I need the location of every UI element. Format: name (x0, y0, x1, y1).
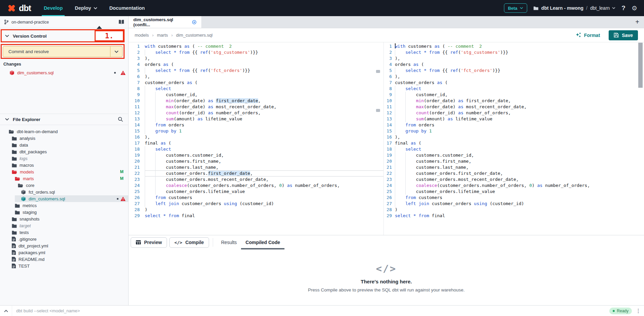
code-line[interactable]: customer_orders.first_order_date, (145, 170, 383, 176)
file-tree-item[interactable]: fct_orders.sql (0, 189, 128, 195)
file-tree-item[interactable]: tests (0, 229, 128, 236)
file-tree-item[interactable]: staging (0, 209, 128, 215)
code-line[interactable]: sum(amount) as lifetime_value (395, 116, 644, 122)
file-tree-item[interactable]: modelsM (0, 168, 128, 175)
code-line[interactable]: customer_orders.first_order_date, (395, 170, 644, 176)
code-line[interactable]: sum(amount) as lifetime_value (145, 116, 383, 122)
file-tree-item[interactable]: macros (0, 162, 128, 168)
code-line[interactable]: max(order_date) as most_recent_order_dat… (395, 104, 644, 110)
code-line[interactable]: coalesce(customer_orders.number_of_order… (145, 183, 383, 189)
code-line[interactable]: final as ( (145, 140, 383, 146)
commit-dropdown-chevron[interactable] (110, 46, 122, 57)
code-line[interactable]: customers.customer_id, (395, 152, 644, 158)
file-tree-item[interactable]: snapshots (0, 215, 128, 222)
code-line[interactable]: select * from {{ ref('fct_orders')}} (395, 68, 644, 74)
code-line[interactable]: customer_orders.lifetime_value (395, 189, 644, 195)
breadcrumb-marts[interactable]: marts (157, 33, 168, 38)
code-line[interactable]: customer_orders as ( (145, 80, 383, 86)
code-line[interactable]: group by 1 (145, 128, 383, 134)
code-content[interactable]: with customers as ( -- comment 2 select … (145, 43, 383, 235)
file-tree-item[interactable]: target (0, 222, 128, 229)
file-explorer-header[interactable]: File Explorer (0, 114, 128, 125)
code-line[interactable]: ), (145, 55, 383, 62)
code-line[interactable]: customers.customer_id, (145, 152, 383, 158)
file-tree-item[interactable]: dbt_project.yml (0, 242, 128, 249)
code-line[interactable]: customers.last_name, (395, 164, 644, 170)
code-line[interactable]: customers.first_name, (395, 158, 644, 164)
command-input[interactable]: dbt build --select <model_name> (16, 308, 609, 313)
code-content[interactable]: with customers as ( -- comment 2 select … (395, 43, 644, 235)
code-line[interactable]: select * from final (145, 213, 383, 219)
code-line[interactable]: customer_orders.lifetime_value (145, 189, 383, 195)
tab-compiled-code[interactable]: Compiled Code (241, 235, 284, 249)
code-line[interactable]: min(order_date) as first_order_date, (145, 98, 383, 104)
code-line[interactable]: select * from {{ ref('stg_customers')}} (395, 49, 644, 55)
docs-book-icon[interactable] (118, 19, 124, 25)
nav-item-develop[interactable]: Develop (44, 0, 63, 16)
kebab-menu-icon[interactable]: ⋮ (634, 308, 643, 314)
code-line[interactable]: max(order_date) as most_recent_order_dat… (145, 104, 383, 110)
file-tree-item[interactable]: analysis (0, 135, 128, 142)
code-line[interactable]: ), (145, 134, 383, 140)
code-line[interactable]: ), (395, 134, 644, 140)
chevron-up-icon[interactable] (0, 306, 12, 316)
code-line[interactable]: final as ( (395, 140, 644, 146)
code-line[interactable]: select * from {{ ref('fct_orders')}} (145, 68, 383, 74)
breadcrumb-file[interactable]: dim_customers.sql (176, 33, 212, 38)
file-tree-item[interactable]: dim_customers.sql (0, 195, 128, 202)
changed-file-row[interactable]: dim_customers.sql (0, 69, 128, 76)
code-line[interactable]: customer_orders.most_recent_order_date, (145, 176, 383, 183)
code-line[interactable]: count(order_id) as number_of_orders, (395, 110, 644, 116)
format-button[interactable]: Format (576, 32, 600, 38)
scrollbar-marker[interactable] (376, 109, 380, 112)
file-tree-item[interactable]: TEST (0, 263, 128, 269)
code-line[interactable]: customers.first_name, (145, 158, 383, 164)
code-line[interactable]: select (145, 146, 383, 152)
code-line[interactable]: select (145, 86, 383, 92)
editor-tab-dim-customers[interactable]: dim_customers.sql (confli... (129, 16, 201, 28)
file-tree-item[interactable]: metrics (0, 202, 128, 209)
code-line[interactable]: orders as ( (145, 62, 383, 68)
account-project-switcher[interactable]: dbt Learn - mwong / dbt_learn (533, 5, 616, 11)
code-line[interactable]: count(order_id) as number_of_orders, (145, 110, 383, 116)
code-line[interactable]: coalesce(customer_orders.number_of_order… (395, 183, 644, 189)
tab-results[interactable]: Results (217, 235, 241, 249)
file-tree-item[interactable]: .gitignore (0, 236, 128, 242)
file-tree-item[interactable]: logs (0, 155, 128, 162)
code-line[interactable]: customer_id, (395, 92, 644, 98)
code-line[interactable]: with customers as ( -- comment 2 (395, 43, 644, 49)
code-line[interactable]: customer_orders as ( (395, 80, 644, 86)
breadcrumb-models[interactable]: models (135, 33, 149, 38)
scrollbar-thumb[interactable] (638, 43, 643, 88)
code-line[interactable]: from orders (145, 122, 383, 128)
dbt-logo[interactable]: dbt (7, 3, 31, 13)
preview-button[interactable]: Preview (131, 237, 167, 248)
nav-item-deploy[interactable]: Deploy (75, 0, 97, 16)
compile-button[interactable]: </> Compile (169, 237, 209, 248)
code-line[interactable]: select (395, 146, 644, 152)
help-icon[interactable]: ? (621, 4, 625, 12)
code-line[interactable]: with customers as ( -- comment 2 (145, 43, 383, 49)
code-line[interactable]: customer_orders.most_recent_order_date, (395, 176, 644, 183)
nav-item-documentation[interactable]: Documentation (109, 0, 145, 16)
code-line[interactable]: customers.last_name, (145, 164, 383, 170)
file-tree-item[interactable]: packages.yml (0, 249, 128, 256)
file-tree-item[interactable]: core (0, 182, 128, 189)
code-line[interactable]: from customers (395, 195, 644, 201)
new-tab-button[interactable]: + (631, 16, 644, 28)
scrollbar-marker[interactable] (376, 70, 380, 73)
file-tree-item[interactable]: data (0, 142, 128, 148)
file-tree-item[interactable]: martsM (0, 175, 128, 182)
code-line[interactable]: group by 1 (395, 128, 644, 134)
commit-and-resolve-button[interactable]: Commit and resolve (3, 46, 123, 57)
code-line[interactable]: ) (145, 207, 383, 213)
version-control-header[interactable]: Version Control (0, 31, 128, 41)
code-line[interactable]: ), (395, 74, 644, 80)
save-button[interactable]: Save (609, 30, 638, 40)
code-line[interactable]: min(order_date) as first_order_date, (395, 98, 644, 104)
code-line[interactable]: orders as ( (395, 62, 644, 68)
code-editor-right[interactable]: 1234567891011121314151617181920212223242… (384, 42, 644, 235)
search-icon[interactable] (118, 117, 123, 122)
code-line[interactable]: from orders (395, 122, 644, 128)
branch-row[interactable]: on-demand-practice (0, 16, 128, 28)
